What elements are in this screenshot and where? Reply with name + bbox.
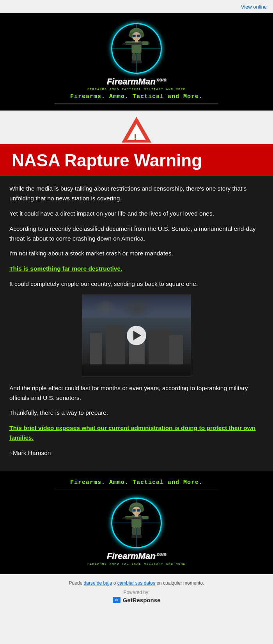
content-link-2: This brief video exposes what our curren… (9, 423, 264, 443)
svg-rect-10 (139, 41, 141, 45)
signature: ~Mark Harrison (9, 448, 264, 458)
warning-triangle-section: ! (0, 111, 273, 144)
header-section: FirearmMan.com FIREARMS AMMO TACTICAL MI… (0, 13, 273, 111)
footer-legal-text: Puede darse de baja o cambiar sus datos … (6, 580, 267, 586)
play-button[interactable] (127, 326, 146, 345)
logo-subtitle: FIREARMS AMMO TACTICAL MILITARY AND MORE (87, 87, 186, 91)
content-paragraph-7: And the ripple effect could last for mon… (9, 384, 264, 403)
svg-rect-30 (137, 535, 142, 538)
update-data-link[interactable]: cambiar sus datos (117, 580, 155, 586)
footer-logo-text: FirearmMan.com FIREARMS AMMO TACTICAL MI… (87, 551, 186, 566)
svg-rect-13 (131, 61, 136, 63)
building-4 (149, 329, 172, 364)
nasa-headline: NASA Rapture Warning (12, 151, 261, 170)
svg-rect-19 (132, 509, 136, 511)
powered-by-label: Powered by: (6, 590, 267, 595)
svg-rect-14 (137, 61, 142, 63)
svg-rect-15 (135, 40, 138, 42)
header-divider (55, 103, 218, 103)
svg-rect-7 (142, 41, 149, 45)
footer-suffix: en cualquier momento. (155, 580, 204, 586)
svg-rect-20 (137, 509, 140, 511)
content-area: While the media is busy talking about re… (0, 176, 273, 471)
logo-circle (105, 21, 168, 76)
building-2 (106, 325, 125, 364)
svg-rect-4 (137, 35, 140, 37)
soldier-icon (120, 26, 153, 65)
footer-logo-circle (105, 496, 168, 550)
envelope-icon: ✉ (115, 598, 118, 602)
header-logo: FirearmMan.com FIREARMS AMMO TACTICAL MI… (16, 21, 257, 91)
warning-triangle-inner: ! (127, 124, 146, 140)
smoke-1-icon (94, 299, 117, 318)
svg-rect-31 (135, 514, 138, 516)
svg-rect-26 (139, 516, 141, 519)
content-paragraph-3: According to a recently declassified doc… (9, 224, 264, 244)
footer-middle: o (112, 580, 117, 586)
destructive-link[interactable]: This is something far more destructive. (9, 265, 122, 272)
footer-logo-brand-name: FirearmMan.com (87, 551, 186, 561)
view-online-link[interactable]: View online (241, 4, 267, 10)
content-paragraph-6: It could completely cripple our country,… (9, 279, 264, 289)
video-block[interactable] (82, 294, 191, 376)
footer-logo: FirearmMan.com FIREARMS AMMO TACTICAL MI… (16, 496, 257, 566)
svg-rect-29 (131, 535, 136, 538)
building-5 (169, 335, 183, 364)
logo-text: FirearmMan.com FIREARMS AMMO TACTICAL MI… (87, 77, 186, 91)
warning-triangle-icon: ! (122, 117, 151, 143)
content-link-1: This is something far more destructive. (9, 264, 264, 274)
svg-rect-9 (122, 43, 126, 45)
footer-soldier-icon (120, 500, 153, 539)
unsubscribe-link[interactable]: darse de baja (84, 580, 112, 586)
svg-rect-3 (132, 35, 136, 37)
getresponse-icon: ✉ (113, 597, 121, 603)
footer-section: Firearms. Ammo. Tactical and More. (0, 471, 273, 574)
svg-rect-25 (122, 518, 126, 519)
bottom-footer: Puede darse de baja o cambiar sus datos … (0, 574, 273, 610)
content-paragraph-4: I'm not talking about a stock market cra… (9, 249, 264, 259)
building-1 (90, 333, 102, 364)
nasa-banner: NASA Rapture Warning (0, 144, 273, 176)
footer-divider (55, 489, 218, 489)
play-triangle-icon (133, 331, 141, 340)
content-paragraph-1: While the media is busy talking about re… (9, 184, 264, 203)
footer-prefix: Puede (69, 580, 84, 586)
view-online-bar: View online (0, 0, 273, 13)
svg-rect-23 (142, 516, 149, 519)
video-link[interactable]: This brief video exposes what our curren… (9, 425, 255, 441)
footer-logo-subtitle: FIREARMS AMMO TACTICAL MILITARY AND MORE (87, 562, 186, 566)
header-tagline: Firearms. Ammo. Tactical and More. (16, 93, 257, 100)
content-paragraph-2: Yet it could have a direct impact on you… (9, 209, 264, 219)
logo-brand-name: FirearmMan.com (87, 77, 186, 87)
warning-exclamation-icon: ! (134, 132, 136, 143)
getresponse-logo: ✉ GetResponse (6, 597, 267, 603)
footer-tagline: Firearms. Ammo. Tactical and More. (16, 479, 257, 486)
content-paragraph-8: Thankfully, there is a way to prepare. (9, 408, 264, 418)
smoke-2-icon (121, 297, 152, 320)
getresponse-brand: GetResponse (123, 597, 161, 603)
